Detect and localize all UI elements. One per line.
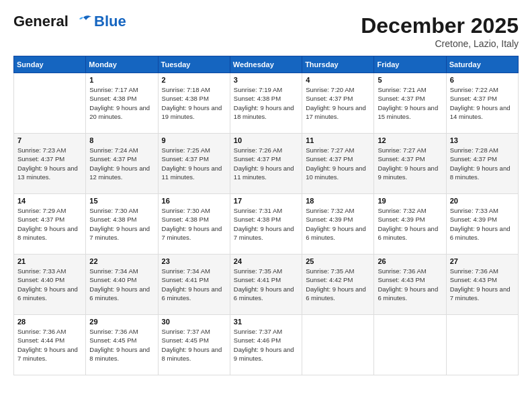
day-number: 2 — [162, 76, 226, 84]
day-number: 28 — [17, 318, 82, 326]
day-info: Sunrise: 7:36 AM Sunset: 4:44 PM Dayligh… — [17, 327, 82, 363]
day-number: 14 — [17, 197, 82, 205]
day-number: 6 — [450, 76, 515, 84]
table-row: 2Sunrise: 7:18 AM Sunset: 4:38 PM Daylig… — [158, 73, 230, 134]
day-number: 12 — [378, 136, 442, 144]
table-row: 22Sunrise: 7:34 AM Sunset: 4:40 PM Dayli… — [86, 255, 158, 315]
day-number: 30 — [162, 318, 226, 326]
calendar-week-row: 1Sunrise: 7:17 AM Sunset: 4:38 PM Daylig… — [14, 73, 519, 134]
day-number: 18 — [306, 197, 370, 205]
day-info: Sunrise: 7:33 AM Sunset: 4:40 PM Dayligh… — [17, 267, 82, 302]
month-title: December 2025 — [361, 13, 519, 38]
day-number: 31 — [234, 318, 298, 326]
day-info: Sunrise: 7:32 AM Sunset: 4:39 PM Dayligh… — [378, 206, 442, 242]
table-row: 16Sunrise: 7:30 AM Sunset: 4:38 PM Dayli… — [158, 194, 230, 255]
col-saturday: Saturday — [446, 56, 518, 73]
day-number: 3 — [234, 76, 298, 84]
day-number: 4 — [306, 76, 370, 84]
table-row: 21Sunrise: 7:33 AM Sunset: 4:40 PM Dayli… — [14, 255, 86, 315]
day-info: Sunrise: 7:35 AM Sunset: 4:41 PM Dayligh… — [234, 267, 298, 302]
day-info: Sunrise: 7:34 AM Sunset: 4:40 PM Dayligh… — [89, 267, 154, 302]
day-info: Sunrise: 7:17 AM Sunset: 4:38 PM Dayligh… — [89, 85, 154, 121]
table-row: 7Sunrise: 7:23 AM Sunset: 4:37 PM Daylig… — [14, 134, 86, 194]
logo: General Blue — [13, 13, 126, 30]
calendar-week-row: 28Sunrise: 7:36 AM Sunset: 4:44 PM Dayli… — [14, 315, 519, 375]
day-info: Sunrise: 7:19 AM Sunset: 4:38 PM Dayligh… — [234, 85, 298, 121]
table-row: 1Sunrise: 7:17 AM Sunset: 4:38 PM Daylig… — [86, 73, 158, 134]
day-info: Sunrise: 7:30 AM Sunset: 4:38 PM Dayligh… — [162, 206, 226, 242]
calendar: Sunday Monday Tuesday Wednesday Thursday… — [13, 56, 519, 375]
day-number: 13 — [450, 136, 515, 144]
table-row: 27Sunrise: 7:36 AM Sunset: 4:43 PM Dayli… — [446, 255, 518, 315]
day-info: Sunrise: 7:22 AM Sunset: 4:37 PM Dayligh… — [450, 85, 515, 121]
logo-text: General — [13, 13, 93, 30]
day-number: 9 — [162, 136, 226, 144]
table-row — [446, 315, 518, 375]
table-row: 20Sunrise: 7:33 AM Sunset: 4:39 PM Dayli… — [446, 194, 518, 255]
day-number: 21 — [17, 257, 82, 265]
table-row: 8Sunrise: 7:24 AM Sunset: 4:37 PM Daylig… — [86, 134, 158, 194]
col-thursday: Thursday — [302, 56, 374, 73]
table-row — [302, 315, 374, 375]
day-info: Sunrise: 7:21 AM Sunset: 4:37 PM Dayligh… — [378, 85, 442, 121]
title-block: December 2025 Cretone, Lazio, Italy — [361, 13, 519, 49]
day-number: 17 — [234, 197, 298, 205]
table-row: 10Sunrise: 7:26 AM Sunset: 4:37 PM Dayli… — [230, 134, 302, 194]
table-row: 13Sunrise: 7:28 AM Sunset: 4:37 PM Dayli… — [446, 134, 518, 194]
day-info: Sunrise: 7:37 AM Sunset: 4:46 PM Dayligh… — [234, 327, 298, 363]
calendar-week-row: 14Sunrise: 7:29 AM Sunset: 4:37 PM Dayli… — [14, 194, 519, 255]
table-row: 31Sunrise: 7:37 AM Sunset: 4:46 PM Dayli… — [230, 315, 302, 375]
table-row: 3Sunrise: 7:19 AM Sunset: 4:38 PM Daylig… — [230, 73, 302, 134]
day-info: Sunrise: 7:18 AM Sunset: 4:38 PM Dayligh… — [162, 85, 226, 121]
col-monday: Monday — [86, 56, 158, 73]
col-tuesday: Tuesday — [158, 56, 230, 73]
day-number: 27 — [450, 257, 515, 265]
day-info: Sunrise: 7:32 AM Sunset: 4:39 PM Dayligh… — [306, 206, 370, 242]
table-row: 12Sunrise: 7:27 AM Sunset: 4:37 PM Dayli… — [374, 134, 446, 194]
day-info: Sunrise: 7:25 AM Sunset: 4:37 PM Dayligh… — [162, 146, 226, 181]
day-info: Sunrise: 7:37 AM Sunset: 4:45 PM Dayligh… — [162, 327, 226, 363]
day-number: 26 — [378, 257, 442, 265]
page: General Blue December 2025 Cretone, Lazi… — [0, 0, 532, 411]
table-row: 15Sunrise: 7:30 AM Sunset: 4:38 PM Dayli… — [86, 194, 158, 255]
table-row: 5Sunrise: 7:21 AM Sunset: 4:37 PM Daylig… — [374, 73, 446, 134]
day-number: 19 — [378, 197, 442, 205]
day-info: Sunrise: 7:26 AM Sunset: 4:37 PM Dayligh… — [234, 146, 298, 181]
table-row: 11Sunrise: 7:27 AM Sunset: 4:37 PM Dayli… — [302, 134, 374, 194]
day-number: 5 — [378, 76, 442, 84]
day-info: Sunrise: 7:33 AM Sunset: 4:39 PM Dayligh… — [450, 206, 515, 242]
day-number: 20 — [450, 197, 515, 205]
calendar-week-row: 21Sunrise: 7:33 AM Sunset: 4:40 PM Dayli… — [14, 255, 519, 315]
table-row: 29Sunrise: 7:36 AM Sunset: 4:45 PM Dayli… — [86, 315, 158, 375]
day-info: Sunrise: 7:35 AM Sunset: 4:42 PM Dayligh… — [306, 267, 370, 302]
table-row: 6Sunrise: 7:22 AM Sunset: 4:37 PM Daylig… — [446, 73, 518, 134]
day-info: Sunrise: 7:34 AM Sunset: 4:41 PM Dayligh… — [162, 267, 226, 302]
day-info: Sunrise: 7:29 AM Sunset: 4:37 PM Dayligh… — [17, 206, 82, 242]
location-title: Cretone, Lazio, Italy — [361, 38, 519, 49]
day-number: 24 — [234, 257, 298, 265]
day-number: 23 — [162, 257, 226, 265]
day-info: Sunrise: 7:36 AM Sunset: 4:43 PM Dayligh… — [450, 267, 515, 302]
logo-bird-icon — [74, 15, 93, 30]
header: General Blue December 2025 Cretone, Lazi… — [13, 13, 519, 49]
day-number: 25 — [306, 257, 370, 265]
table-row: 30Sunrise: 7:37 AM Sunset: 4:45 PM Dayli… — [158, 315, 230, 375]
day-info: Sunrise: 7:36 AM Sunset: 4:45 PM Dayligh… — [89, 327, 154, 363]
table-row: 28Sunrise: 7:36 AM Sunset: 4:44 PM Dayli… — [14, 315, 86, 375]
day-info: Sunrise: 7:30 AM Sunset: 4:38 PM Dayligh… — [89, 206, 154, 242]
table-row — [14, 73, 86, 134]
day-info: Sunrise: 7:20 AM Sunset: 4:37 PM Dayligh… — [306, 85, 370, 121]
day-number: 10 — [234, 136, 298, 144]
table-row: 26Sunrise: 7:36 AM Sunset: 4:43 PM Dayli… — [374, 255, 446, 315]
table-row: 23Sunrise: 7:34 AM Sunset: 4:41 PM Dayli… — [158, 255, 230, 315]
day-info: Sunrise: 7:23 AM Sunset: 4:37 PM Dayligh… — [17, 146, 82, 181]
table-row: 4Sunrise: 7:20 AM Sunset: 4:37 PM Daylig… — [302, 73, 374, 134]
table-row: 14Sunrise: 7:29 AM Sunset: 4:37 PM Dayli… — [14, 194, 86, 255]
calendar-header-row: Sunday Monday Tuesday Wednesday Thursday… — [14, 56, 519, 73]
day-number: 29 — [89, 318, 154, 326]
day-number: 22 — [89, 257, 154, 265]
table-row: 19Sunrise: 7:32 AM Sunset: 4:39 PM Dayli… — [374, 194, 446, 255]
calendar-week-row: 7Sunrise: 7:23 AM Sunset: 4:37 PM Daylig… — [14, 134, 519, 194]
col-sunday: Sunday — [14, 56, 86, 73]
day-info: Sunrise: 7:36 AM Sunset: 4:43 PM Dayligh… — [378, 267, 442, 302]
